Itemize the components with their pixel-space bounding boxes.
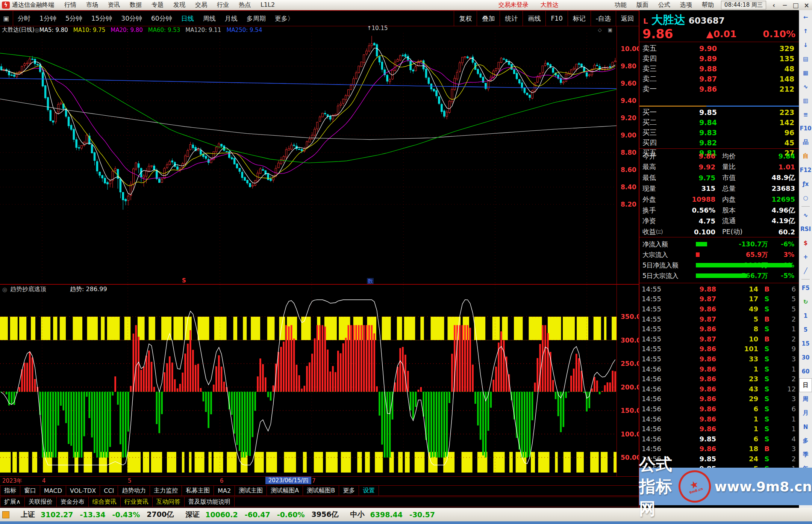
- indicator-tab-更多[interactable]: 更多: [339, 486, 359, 495]
- period-5-button[interactable]: 5: [799, 323, 812, 337]
- info-tab-普及版功能说明[interactable]: 普及版功能说明: [185, 497, 235, 507]
- tool-button--自选[interactable]: -自选: [591, 11, 616, 26]
- circle-icon[interactable]: ○: [799, 191, 812, 205]
- f10-button[interactable]: F10: [799, 121, 812, 135]
- restore-button[interactable]: □: [790, 2, 801, 9]
- indicator-tab-趋势动力[interactable]: 趋势动力: [118, 486, 150, 495]
- indicator-tab-CCI[interactable]: CCI: [100, 486, 118, 495]
- tool-button-返回[interactable]: 返回: [616, 11, 639, 26]
- period-tab-分时[interactable]: 分时: [13, 14, 35, 23]
- info-tab-行业资讯[interactable]: 行业资讯: [121, 497, 153, 507]
- info-tab-资金分布[interactable]: 资金分布: [57, 497, 89, 507]
- back-button[interactable]: ‹: [768, 2, 779, 9]
- tool-button-复权[interactable]: 复权: [454, 11, 477, 26]
- menu-item-行情[interactable]: 行情: [59, 1, 81, 9]
- menu-item-选项[interactable]: 选项: [675, 1, 697, 9]
- period-tab-多周期[interactable]: 多周期: [242, 14, 270, 23]
- move-icon[interactable]: +: [799, 250, 812, 264]
- tool-button-统计[interactable]: 统计: [500, 11, 523, 26]
- info-tab-综合资讯[interactable]: 综合资讯: [89, 497, 121, 507]
- trade-row[interactable]: 14:559.8649S5: [642, 304, 796, 314]
- menu-item-资讯[interactable]: 资讯: [103, 1, 125, 9]
- period-15-button[interactable]: 15: [799, 337, 812, 350]
- info-tab-扩展∧[interactable]: 扩展∧: [0, 497, 25, 507]
- report-icon[interactable]: ▤: [799, 52, 812, 66]
- tool-button-F10[interactable]: F10: [545, 11, 567, 26]
- indicator-tab-测试幅图B[interactable]: 测试幅图B: [303, 486, 339, 495]
- menu-item-行业[interactable]: 行业: [212, 1, 234, 9]
- tool-button-叠加[interactable]: 叠加: [477, 11, 500, 26]
- menu-item-功能[interactable]: 功能: [610, 1, 632, 9]
- rsi-button[interactable]: RSI: [799, 222, 812, 236]
- market-status-icon[interactable]: [2, 511, 9, 518]
- period-n-button[interactable]: N: [799, 420, 812, 434]
- stock-shortcut[interactable]: 大胜达: [535, 1, 565, 9]
- trade-row[interactable]: 14:559.8814B6: [642, 284, 796, 294]
- indicator-tab-测试主图[interactable]: 测试主图: [235, 486, 267, 495]
- back-icon[interactable]: ←: [799, 10, 812, 24]
- trade-row[interactable]: 14:569.866S6: [642, 404, 796, 414]
- indicator-collapse-icon[interactable]: ◎: [2, 286, 7, 293]
- indicator-tab-MA2[interactable]: MA2: [214, 486, 235, 495]
- indicator-chart[interactable]: [0, 285, 617, 476]
- trade-row[interactable]: 14:559.8710B2: [642, 334, 796, 344]
- menu-item-交易[interactable]: 交易: [190, 1, 212, 9]
- tool-button-画线[interactable]: 画线: [523, 11, 545, 26]
- menu-item-版面[interactable]: 版面: [632, 1, 653, 9]
- zixuan-button[interactable]: 自: [799, 149, 812, 163]
- period-tab-60分钟[interactable]: 60分钟: [147, 14, 177, 23]
- tool-button-标记[interactable]: 标记: [568, 11, 591, 26]
- period-day-button[interactable]: 日: [799, 378, 812, 392]
- indicator-tab-私募主图[interactable]: 私募主图: [182, 486, 214, 495]
- close-button[interactable]: ×: [801, 2, 812, 9]
- period-30-button[interactable]: 30: [799, 350, 812, 364]
- period-tab-5分钟[interactable]: 5分钟: [61, 14, 87, 23]
- menu-item-L1L2[interactable]: L1L2: [256, 1, 280, 9]
- trade-row[interactable]: 14:559.86101S9: [642, 344, 796, 354]
- f12-button[interactable]: F12: [799, 163, 812, 177]
- period-week-button[interactable]: 周: [799, 392, 812, 406]
- refresh-icon[interactable]: ↻: [799, 295, 812, 309]
- trade-row[interactable]: 14:569.8643S12: [642, 384, 796, 394]
- menu-item-热点[interactable]: 热点: [234, 1, 256, 9]
- indicator-tab-VOL-TDX[interactable]: VOL-TDX: [66, 486, 100, 495]
- period-tab-周线[interactable]: 周线: [198, 14, 220, 23]
- period-tab-更多〉[interactable]: 更多〉: [270, 14, 298, 23]
- candlestick-chart[interactable]: [0, 33, 617, 284]
- trade-row[interactable]: 14:569.861S1: [642, 364, 796, 374]
- trade-row[interactable]: 14:559.868S1: [642, 324, 796, 334]
- indicator-tab-指标[interactable]: 指标: [0, 486, 20, 495]
- page-up-icon[interactable]: ↑: [799, 24, 812, 38]
- period-1-button[interactable]: 1: [799, 309, 812, 323]
- trade-row[interactable]: 14:569.8618B3: [642, 444, 796, 454]
- chart-corner-icons[interactable]: ◇ ▣: [598, 27, 615, 33]
- trade-row[interactable]: 14:559.875B2: [642, 314, 796, 324]
- period-tab-日线[interactable]: 日线: [177, 14, 198, 23]
- indicator-tab-MACD[interactable]: MACD: [40, 486, 66, 495]
- news-icon[interactable]: ≡: [799, 107, 812, 121]
- indicator-tab-测试幅图A[interactable]: 测试幅图A: [267, 486, 303, 495]
- minimize-button[interactable]: ─: [779, 2, 790, 9]
- period-month-button[interactable]: 月: [799, 406, 812, 420]
- trade-row[interactable]: 14:559.8717S5: [642, 294, 796, 304]
- trade-row[interactable]: 14:569.861S1: [642, 414, 796, 424]
- f5-button[interactable]: F5: [799, 281, 812, 295]
- trade-row[interactable]: 14:569.8629S3: [642, 394, 796, 404]
- login-status[interactable]: 交易未登录: [492, 1, 535, 9]
- indicator-tab-设置[interactable]: 设置: [359, 486, 379, 495]
- trade-row[interactable]: 14:569.861S1: [642, 424, 796, 434]
- trade-row[interactable]: 14:559.8633S3: [642, 354, 796, 364]
- menu-item-市场[interactable]: 市场: [81, 1, 103, 9]
- kline-icon[interactable]: ▥: [799, 94, 812, 107]
- trade-row[interactable]: 14:569.856S4: [642, 434, 796, 444]
- period-60-button[interactable]: 60: [799, 364, 812, 378]
- menu-item-公式[interactable]: 公式: [653, 1, 675, 9]
- period-tab-15分钟[interactable]: 15分钟: [87, 14, 117, 23]
- money-icon[interactable]: $: [799, 236, 812, 250]
- period-quarter-button[interactable]: 季: [799, 448, 812, 462]
- period-tab-月线[interactable]: 月线: [220, 14, 242, 23]
- period-tab-30分钟[interactable]: 30分钟: [117, 14, 147, 23]
- info-tab-互动问答[interactable]: 互动问答: [153, 497, 185, 507]
- pencil-icon[interactable]: ╱: [799, 264, 812, 278]
- page-down-icon[interactable]: ↓: [799, 38, 812, 52]
